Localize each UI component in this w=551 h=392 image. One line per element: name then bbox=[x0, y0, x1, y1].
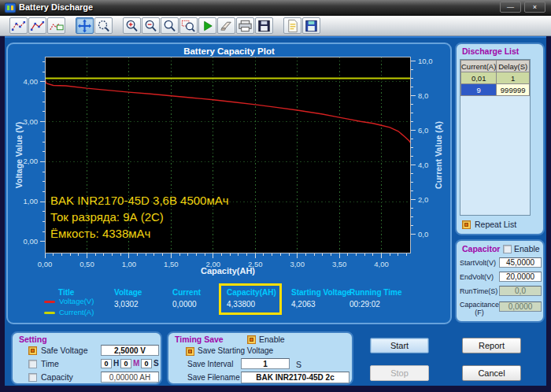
curve-area-icon bbox=[48, 18, 65, 34]
time-minutes-input[interactable] bbox=[120, 359, 131, 368]
y-axis-right-title: Current Value (A) bbox=[434, 100, 445, 210]
runtime-label: RunTime(S) bbox=[460, 287, 497, 295]
run-button[interactable] bbox=[198, 17, 216, 34]
zoom-reset-button[interactable] bbox=[161, 17, 179, 34]
time-label: Time bbox=[41, 359, 59, 368]
svg-text:4,0: 4,0 bbox=[418, 161, 428, 169]
time-seconds-input[interactable] bbox=[141, 359, 152, 368]
save-image-button[interactable] bbox=[255, 17, 273, 34]
column-header-delay[interactable]: Delay(S) bbox=[497, 61, 530, 72]
minimize-button[interactable]: — bbox=[500, 2, 521, 13]
print-button[interactable] bbox=[236, 17, 254, 34]
capacity-column-label: Capacity(AH) bbox=[227, 288, 276, 297]
zoom-window-icon bbox=[180, 18, 197, 34]
zoom-dynamic-icon bbox=[95, 18, 112, 34]
svg-text:8,0: 8,0 bbox=[418, 91, 428, 100]
save-data-icon bbox=[303, 18, 320, 34]
capacity-value: 4,33800 bbox=[227, 300, 255, 309]
curve-area-button[interactable] bbox=[47, 17, 65, 34]
startvolt-input[interactable] bbox=[499, 257, 542, 268]
stop-button: Stop bbox=[370, 365, 429, 381]
zoom-reset-icon bbox=[161, 18, 178, 34]
safe-voltage-checkbox[interactable] bbox=[28, 346, 37, 355]
column-header-current[interactable]: Current(A) bbox=[461, 61, 497, 72]
report-file-icon bbox=[284, 18, 301, 34]
svg-text:4,00: 4,00 bbox=[24, 77, 39, 86]
report-button[interactable]: Report bbox=[462, 338, 521, 353]
capacity-checkbox[interactable] bbox=[28, 373, 37, 382]
save-interval-unit: S bbox=[296, 360, 301, 369]
table-row-selected[interactable]: 9 999999 bbox=[461, 84, 530, 96]
seconds-unit-label: S bbox=[153, 359, 159, 368]
save-filename-input[interactable] bbox=[241, 372, 349, 383]
capacitor-enable-checkbox[interactable] bbox=[503, 245, 512, 253]
report-file-button[interactable] bbox=[283, 17, 301, 34]
hours-unit-label: H bbox=[113, 359, 119, 368]
cell-delay-1[interactable]: 1 bbox=[497, 72, 530, 84]
save-starting-voltage-label: Save Starting Voltage bbox=[198, 346, 273, 355]
cell-current-1[interactable]: 0,01 bbox=[461, 72, 497, 84]
start-button[interactable]: Start bbox=[370, 338, 429, 353]
save-starting-voltage-checkbox[interactable] bbox=[186, 347, 194, 356]
x-axis-title: Capacity(AH) bbox=[45, 266, 411, 276]
annotation-line-1: BAK INR2170-45D 3,6В 4500мАч bbox=[50, 192, 229, 209]
safe-voltage-input[interactable] bbox=[101, 345, 159, 356]
voltage-value: 3,0302 bbox=[114, 300, 139, 309]
client-area: Battery Capacity Plot Voltage Value (V) … bbox=[5, 36, 546, 386]
time-hours-input[interactable] bbox=[101, 359, 112, 368]
curve-points-button[interactable] bbox=[9, 17, 28, 34]
zoom-window-button[interactable] bbox=[179, 17, 198, 34]
curve-points-icon bbox=[10, 18, 27, 34]
table-row[interactable]: 0,01 1 bbox=[461, 72, 530, 84]
save-image-icon bbox=[256, 18, 272, 34]
zoom-dynamic-button[interactable] bbox=[94, 17, 113, 34]
voltage-column-label: Voltage bbox=[114, 288, 142, 297]
title-bar[interactable]: Battery Discharge — × bbox=[0, 0, 551, 16]
plot-area[interactable]: 0,000,501,001,502,002,503,003,504,000,00… bbox=[45, 57, 411, 253]
discharge-list-box[interactable]: Current(A) Delay(S) 0,01 1 9 999999 bbox=[460, 59, 531, 216]
save-interval-input[interactable] bbox=[241, 358, 290, 369]
close-button[interactable]: × bbox=[524, 2, 545, 13]
cell-delay-2[interactable]: 999999 bbox=[497, 84, 530, 96]
run-icon bbox=[199, 18, 216, 34]
save-filename-label: Save Filename bbox=[187, 373, 240, 382]
voltage-legend-label: Voltage(V) bbox=[59, 297, 94, 305]
toolbar bbox=[0, 16, 551, 36]
erase-icon bbox=[218, 18, 235, 34]
pan-tool-button[interactable] bbox=[76, 17, 94, 34]
time-checkbox[interactable] bbox=[28, 360, 37, 368]
current-legend-label: Current(A) bbox=[59, 308, 94, 316]
capacity-input[interactable] bbox=[101, 372, 159, 383]
zoom-out-button[interactable] bbox=[142, 17, 160, 34]
discharge-list-title: Discharge List bbox=[462, 46, 519, 56]
svg-text:10,0: 10,0 bbox=[418, 57, 433, 65]
annotation-line-2: Ток разряда: 9А (2C) bbox=[50, 209, 229, 225]
repeat-list-checkbox[interactable] bbox=[462, 220, 471, 229]
cell-current-2[interactable]: 9 bbox=[461, 84, 497, 96]
setting-title: Setting bbox=[19, 335, 47, 344]
current-column-label: Current bbox=[172, 288, 201, 297]
erase-button[interactable] bbox=[217, 17, 235, 34]
endvolt-label: EndVolt(V) bbox=[460, 273, 494, 281]
repeat-list-label: Repeat List bbox=[475, 220, 516, 229]
endvolt-input[interactable] bbox=[499, 272, 542, 282]
svg-text:3,00: 3,00 bbox=[24, 117, 39, 126]
svg-text:2,0: 2,0 bbox=[418, 195, 428, 204]
app-window: Battery Discharge — × Battery Capacity P… bbox=[0, 0, 551, 392]
current-legend-swatch bbox=[44, 312, 55, 314]
capacity-label: Capacity bbox=[41, 372, 73, 382]
chart-annotation: BAK INR2170-45D 3,6В 4500мАч Ток разряда… bbox=[50, 192, 229, 242]
toolbar-separator bbox=[113, 17, 123, 34]
timing-enable-label: Enable bbox=[259, 335, 285, 344]
zoom-in-button[interactable] bbox=[123, 17, 141, 34]
curve-line-button[interactable] bbox=[28, 17, 46, 34]
timing-enable-checkbox[interactable] bbox=[247, 335, 256, 344]
save-data-button[interactable] bbox=[302, 17, 320, 34]
running-time-value: 00:29:02 bbox=[349, 300, 380, 309]
toolbar-separator bbox=[66, 17, 76, 34]
setting-panel: Setting Safe Voltage Time H M S Capacity bbox=[11, 331, 162, 385]
cancel-button[interactable]: Cancel bbox=[462, 365, 521, 381]
discharge-list-panel: Discharge List Current(A) Delay(S) 0,01 … bbox=[455, 43, 545, 235]
zoom-out-icon bbox=[142, 18, 159, 34]
app-icon bbox=[5, 2, 16, 13]
